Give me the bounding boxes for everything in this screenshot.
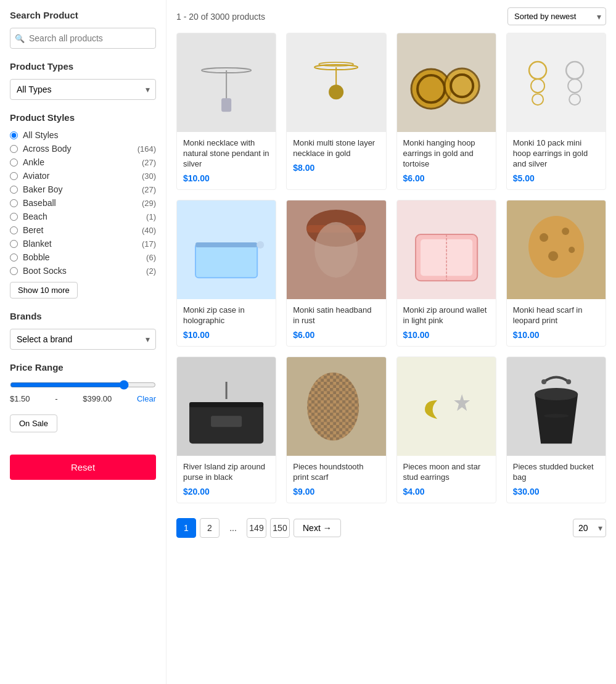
svg-rect-32 [189, 402, 263, 407]
product-card[interactable]: Monki hanging hoop earrings in gold and … [396, 33, 496, 190]
style-item-ankle[interactable]: Ankle (27) [10, 157, 156, 167]
clear-price-button[interactable]: Clear [137, 394, 156, 403]
top-bar: 1 - 20 of 3000 products Sorted by newest [176, 0, 606, 33]
product-price: $5.00 [513, 173, 599, 183]
pagination-dots: ... [223, 518, 243, 538]
product-card[interactable]: Monki 10 pack mini hoop earrings in gold… [506, 33, 606, 190]
product-name: River Island zip around purse in black [183, 462, 269, 483]
product-card[interactable]: Pieces moon and star stud earrings $4.00 [396, 356, 496, 503]
next-button[interactable]: Next → [294, 519, 341, 537]
style-item-across-body[interactable]: Across Body (164) [10, 144, 156, 154]
product-styles-label: Product Styles [10, 112, 156, 123]
svg-point-38 [307, 373, 359, 440]
sort-dropdown-wrap: Sorted by newest [507, 7, 606, 25]
style-radio-beach[interactable] [10, 213, 18, 221]
svg-marker-39 [454, 394, 470, 411]
search-input[interactable] [10, 28, 156, 49]
price-range-section: Price Range $1.50 - $399.00 Clear On Sal… [10, 362, 156, 432]
style-radio-bobble[interactable] [10, 253, 18, 262]
style-radio-boot-socks[interactable] [10, 267, 18, 275]
product-card[interactable]: Monki zip around wallet in light pink $1… [396, 200, 496, 347]
svg-point-22 [314, 222, 358, 278]
style-label-beach: Beach [23, 212, 47, 221]
svg-point-19 [257, 241, 264, 249]
product-card[interactable]: Monki multi stone layer necklace in gold… [286, 33, 386, 190]
style-label-beret: Beret [23, 225, 43, 235]
style-label-aviator: Aviator [23, 171, 49, 181]
style-radio-across-body[interactable] [10, 145, 18, 153]
product-card[interactable]: Pieces studded bucket bag $30.00 [506, 356, 606, 503]
product-price: $9.00 [293, 487, 379, 497]
style-item-beret[interactable]: Beret (40) [10, 225, 156, 235]
product-card[interactable]: Monki necklace with natural stone pendan… [176, 33, 276, 190]
product-types-dropdown-wrap: All Types [10, 79, 156, 100]
product-name: Pieces houndstooth print scarf [293, 462, 379, 483]
product-price: $10.00 [183, 330, 269, 340]
search-label: Search Product [10, 10, 156, 20]
style-item-baseball[interactable]: Baseball (29) [10, 198, 156, 208]
per-page-wrap: 20 [573, 519, 606, 537]
brand-select[interactable]: Select a brand [10, 329, 156, 350]
product-card[interactable]: Monki head scarf in leopard print $10.00 [506, 200, 606, 347]
page-150-button[interactable]: 150 [270, 518, 290, 538]
style-count-aviator: (30) [142, 171, 156, 181]
svg-point-26 [528, 216, 584, 278]
style-radio-beret[interactable] [10, 226, 18, 234]
product-types-select[interactable]: All Types [10, 79, 156, 100]
product-price: $10.00 [183, 173, 269, 183]
product-name: Monki head scarf in leopard print [513, 305, 599, 326]
product-image [397, 33, 496, 132]
product-card-body: Monki zip case in holographic $10.00 [177, 299, 276, 346]
product-price: $4.00 [403, 487, 490, 497]
svg-rect-18 [195, 242, 257, 247]
price-max: $399.00 [83, 394, 112, 403]
svg-point-41 [541, 379, 546, 384]
on-sale-button[interactable]: On Sale [10, 414, 57, 432]
style-radio-blanket[interactable] [10, 240, 18, 248]
style-item-aviator[interactable]: Aviator (30) [10, 171, 156, 181]
style-radio-baker-boy[interactable] [10, 186, 18, 194]
style-item-beach[interactable]: Beach (1) [10, 212, 156, 221]
svg-rect-17 [195, 244, 257, 278]
reset-button[interactable]: Reset [10, 455, 156, 480]
svg-point-27 [540, 233, 548, 242]
style-item-all[interactable]: All Styles [10, 130, 156, 140]
page-149-button[interactable]: 149 [247, 518, 266, 538]
product-price: $8.00 [293, 163, 379, 173]
style-count-ankle: (27) [142, 158, 156, 167]
style-radio-aviator[interactable] [10, 172, 18, 180]
sort-select[interactable]: Sorted by newest [507, 7, 606, 25]
style-item-blanket[interactable]: Blanket (17) [10, 239, 156, 249]
style-item-boot-socks[interactable]: Boot Socks (2) [10, 266, 156, 276]
svg-point-11 [529, 62, 546, 79]
style-radio-all[interactable] [10, 131, 18, 139]
product-name: Monki hanging hoop earrings in gold and … [403, 138, 490, 170]
product-card[interactable]: River Island zip around purse in black $… [176, 356, 276, 503]
style-radio-ankle[interactable] [10, 159, 18, 167]
show-more-button[interactable]: Show 10 more [10, 282, 78, 299]
brands-section: Brands Select a brand [10, 311, 156, 350]
page-2-button[interactable]: 2 [200, 518, 220, 538]
product-image [287, 33, 385, 132]
product-card-body: Monki necklace with natural stone pendan… [177, 132, 276, 189]
per-page-select[interactable]: 20 [573, 519, 606, 537]
svg-point-15 [568, 79, 581, 93]
product-card[interactable]: Pieces houndstooth print scarf $9.00 [286, 356, 386, 503]
style-item-baker-boy[interactable]: Baker Boy (27) [10, 184, 156, 194]
page-1-button[interactable]: 1 [176, 518, 196, 538]
style-label-ankle: Ankle [23, 157, 44, 167]
search-box: 🔍 [10, 28, 156, 49]
product-name: Pieces moon and star stud earrings [403, 462, 490, 483]
product-card[interactable]: Monki satin headband in rust $6.00 [286, 200, 386, 347]
style-label-baseball: Baseball [23, 198, 56, 208]
style-count-baker-boy: (27) [142, 185, 156, 194]
product-card[interactable]: Monki zip case in holographic $10.00 [176, 200, 276, 347]
style-count-blanket: (17) [142, 239, 156, 249]
product-name: Monki zip around wallet in light pink [403, 305, 490, 326]
product-image [397, 357, 496, 456]
price-range-slider[interactable] [10, 380, 156, 390]
product-card-body: Pieces studded bucket bag $30.00 [507, 456, 606, 503]
style-item-bobble[interactable]: Bobble (6) [10, 252, 156, 262]
style-radio-baseball[interactable] [10, 199, 18, 207]
product-card-body: Monki zip around wallet in light pink $1… [397, 299, 496, 346]
